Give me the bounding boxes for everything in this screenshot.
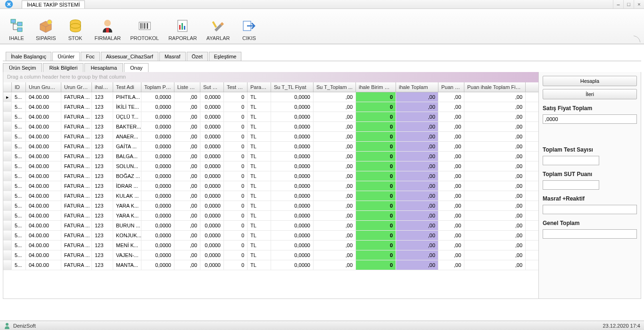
main-tab-6[interactable]: Eşleştime [209,52,242,61]
col-header-13[interactable]: ihale Birim Fiyati [356,82,396,92]
table-row[interactable]: 5...04.00.00FATURA ...123SOLUN...0,0000,… [3,161,538,171]
table-row[interactable]: 5...04.00.00FATURA ...123KONJUK...0,0000… [3,231,538,241]
cell: ÜÇLÜ T... [113,112,141,121]
cell: ,00 [174,260,200,270]
table-row[interactable]: ▸5...04.00.00FATURA ...123PIHTILA...0,00… [3,92,538,102]
col-header-8[interactable]: Sut Pu... [200,82,224,92]
col-header-12[interactable]: Su T_Toplam ... [314,82,356,92]
main-tab-1[interactable]: Ürünler [52,52,80,61]
col-header-1[interactable]: ID [12,82,26,92]
main-tab-5[interactable]: Özet [187,52,208,61]
table-row[interactable]: 5...04.00.00FATURA ...123BALGA...0,0000,… [3,152,538,161]
ribbon-siparis[interactable]: SIPARIS [33,11,59,42]
sub-tab-1[interactable]: Risk Bilgileri [43,63,83,72]
ribbon-firmalar[interactable]: FIRMALAR [92,11,124,42]
col-header-15[interactable]: Puan ih... [438,82,464,92]
sub-tab-0[interactable]: Ürün Seçim [3,63,42,72]
ribbon-ihale[interactable]: IHALE [4,11,29,42]
ribbon-collapse-handle[interactable] [630,34,644,44]
table-row[interactable]: 5...04.00.00FATURA ...123ANAER...0,0000,… [3,132,538,142]
sut-puan-label: Toplam SUT Puanı [543,171,637,177]
cell: 0 [356,152,396,161]
cell: 0,0000 [200,92,224,102]
col-header-10[interactable]: Para B... [248,82,271,92]
table-row[interactable]: 5...04.00.00FATURA ...123YARA K...0,0000… [3,211,538,221]
col-header-16[interactable]: Puan ihale Toplam Fiyat [464,82,526,92]
cell: TL [248,112,271,121]
ribbon-cikis[interactable]: CIKIS [236,11,262,42]
cell: 0 [224,122,248,131]
cell: 123 [92,132,113,141]
table-row[interactable]: 5...04.00.00FATURA ...123YARA K...0,0000… [3,201,538,211]
cell: FATURA ... [61,142,92,151]
cell: ,00 [314,92,356,102]
main-tab-2[interactable]: Foc [81,52,99,61]
cell: 5... [12,142,26,151]
col-header-11[interactable]: Su T_TL Fiyat [271,82,314,92]
cell [3,241,12,250]
window-tab[interactable]: İHALE TAKİP SİSTEMİ [22,0,85,8]
cell [3,112,12,121]
cell: ,00 [438,201,464,210]
app-icon[interactable] [0,0,18,9]
table-row[interactable]: 5...04.00.00FATURA ...123MENİ K...0,0000… [3,241,538,250]
table-row[interactable]: 5...04.00.00FATURA ...123GAİTA ...0,0000… [3,142,538,152]
cell: ,00 [464,132,526,141]
sub-tab-2[interactable]: Hesaplama [84,63,123,72]
test-sayisi-input[interactable] [543,156,599,165]
main-tab-0[interactable]: İhale Başlangıç [6,52,51,61]
cell: 0 [224,112,248,121]
cell: 0,0000 [200,231,224,240]
cell: 0,0000 [200,142,224,151]
genel-toplam-input[interactable] [543,229,637,239]
maximize-button[interactable]: □ [623,0,634,8]
cell: 0 [224,171,248,181]
sub-tab-3[interactable]: Onay [124,63,149,72]
ribbon-raporlar[interactable]: RAPORLAR [165,11,200,42]
cell: 123 [92,152,113,161]
table-row[interactable]: 5...04.00.00FATURA ...123İKİLİ TE...0,00… [3,102,538,112]
table-row[interactable]: 5...04.00.00FATURA ...123ÜÇLÜ T...0,0000… [3,112,538,122]
group-by-bar[interactable]: Drag a column header here to group by th… [3,72,538,82]
table-row[interactable]: 5...04.00.00FATURA ...123İDRAR ...0,0000… [3,181,538,191]
main-tab-3[interactable]: Aksesuar_CihazSarf [101,52,158,61]
ribbon-ayarlar[interactable]: AYARLAR [204,11,233,42]
cell: BAKTER... [113,122,141,131]
grid-body[interactable]: ▸5...04.00.00FATURA ...123PIHTILA...0,00… [3,92,538,298]
col-header-9[interactable]: Test S... [224,82,248,92]
ileri-button[interactable]: İleri [543,89,637,99]
ribbon-toolbar: IHALE SIPARIS STOK FIRMALAR PROTOKOL RAP… [0,9,644,44]
svg-point-7 [104,20,111,26]
cell: ,00 [396,250,438,260]
table-row[interactable]: 5...04.00.00FATURA ...123MANTA...0,0000,… [3,260,538,270]
cell: 0 [224,260,248,270]
table-row[interactable]: 5...04.00.00FATURA ...123VAJEN-...0,0000… [3,250,538,260]
table-row[interactable]: 5...04.00.00FATURA ...123BOĞAZ ...0,0000… [3,171,538,181]
cell: TL [248,132,271,141]
table-row[interactable]: 5...04.00.00FATURA ...123BURUN ...0,0000… [3,221,538,231]
col-header-4[interactable]: ihale ... [92,82,113,92]
satis-fiyat-input[interactable] [543,114,637,124]
ribbon-protokol[interactable]: PROTOKOL [127,11,162,42]
col-header-6[interactable]: Toplam Puan [141,82,174,92]
cell: TL [248,241,271,250]
cell: 04.00.00 [26,221,61,230]
col-header-0[interactable] [3,82,12,92]
col-header-14[interactable]: ihale Toplam [396,82,438,92]
cell [3,102,12,112]
cell: 0,0000 [141,132,174,141]
tray-button[interactable]: ‒ [613,0,623,8]
cell [3,171,12,181]
col-header-7[interactable]: Liste Fi... [174,82,200,92]
table-row[interactable]: 5...04.00.00FATURA ...123BAKTER...0,0000… [3,122,538,132]
close-button[interactable]: × [634,0,644,8]
ribbon-stok[interactable]: STOK [63,11,88,42]
main-tab-4[interactable]: Masraf [159,52,186,61]
masraf-input[interactable] [543,205,637,214]
sut-puan-input[interactable] [543,180,599,190]
col-header-2[interactable]: Urun Grup ... [26,82,61,92]
col-header-3[interactable]: Urun Gru... [61,82,92,92]
hesapla-button[interactable]: Hesapla [543,76,637,86]
table-row[interactable]: 5...04.00.00FATURA ...123KULAK ...0,0000… [3,191,538,201]
col-header-5[interactable]: Test Adi [113,82,141,92]
